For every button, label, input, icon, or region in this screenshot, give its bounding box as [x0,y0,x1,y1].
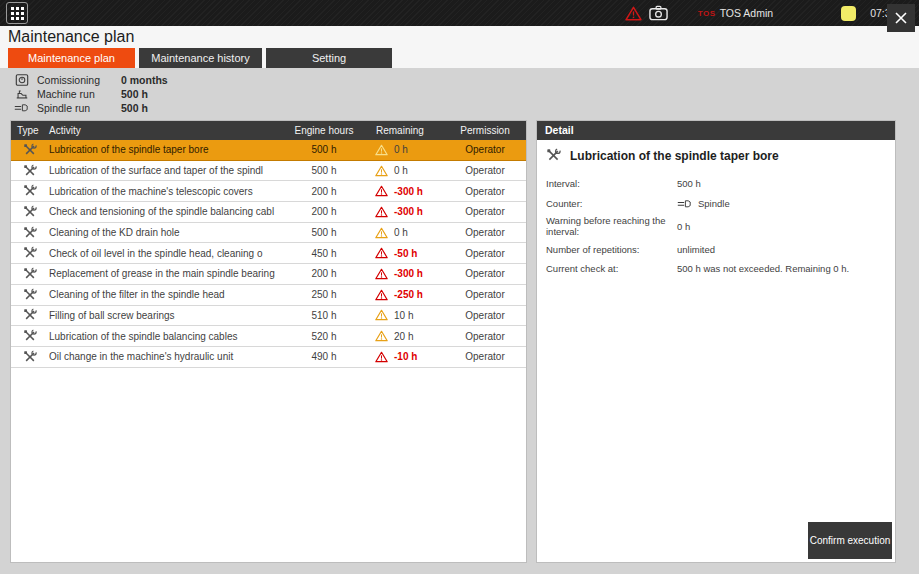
detail-fields: Interval: 500 h Counter: Spindle [546,176,886,275]
engine-hours-cell: 250 h [289,289,359,300]
detail-title: Lubrication of the spindle taper bore [570,149,779,163]
activity-cell: Lubrication of the spindle balancing cab… [49,331,289,342]
counter-value: 500 h [121,88,148,100]
table-row[interactable]: Check and tensioning of the spindle bala… [11,202,526,223]
table-row[interactable]: Replacement of grease in the main spindl… [11,264,526,285]
machine-run-icon [12,87,32,101]
tools-icon [23,184,37,198]
activity-cell: Cleaning of the filter in the spindle he… [49,289,289,300]
remaining-cell: -10 h [359,351,444,363]
field-value: 0 h [677,221,886,232]
tools-icon [23,205,37,219]
permission-cell: Operator [444,248,526,259]
type-cell [11,288,49,302]
page-title: Maintenance plan [8,28,134,46]
field-label: Interval: [546,178,677,189]
field-value: 500 h [677,178,886,189]
remaining-value: 10 h [394,310,413,321]
close-icon [894,11,908,25]
permission-cell: Operator [444,351,526,362]
alarm-warning-icon[interactable] [625,6,642,21]
confirm-execution-button[interactable]: Confirm execution [808,522,892,559]
table-row[interactable]: Lubrication of the spindle taper bore 50… [11,140,526,161]
engine-hours-cell: 510 h [289,310,359,321]
table-row[interactable]: Filling of ball screw bearings 510 h 10 … [11,306,526,327]
engine-hours-cell: 200 h [289,206,359,217]
counter-type-text: Spindle [698,198,730,209]
table-header: Type Activity Engine hours Remaining Per… [11,121,526,140]
tab-maintenance-history[interactable]: Maintenance history [139,48,262,68]
commissioning-icon [12,73,32,87]
engine-hours-cell: 500 h [289,165,359,176]
field-value: 500 h was not exceeded. Remaining 0 h. [677,263,886,274]
maintenance-table-panel: Type Activity Engine hours Remaining Per… [10,120,527,563]
remaining-value: -300 h [394,268,423,279]
tools-icon [546,148,561,163]
spindle-run-icon [12,102,32,114]
content-area: Comissioning 0 months Machine run 500 h [0,68,919,574]
counter-commissioning: Comissioning 0 months [12,73,168,87]
remaining-cell: 0 h [359,227,444,239]
field-repetitions: Number of repetitions: unlimited [546,242,886,256]
permission-cell: Operator [444,227,526,238]
warning-icon [375,144,388,156]
column-activity: Activity [49,125,289,136]
table-row[interactable]: Lubrication of the surface and taper of … [11,161,526,182]
warning-icon [375,185,388,197]
warning-icon [375,206,388,218]
remaining-value: -250 h [394,289,423,300]
engine-hours-cell: 490 h [289,351,359,362]
column-permission: Permission [444,125,526,136]
warning-icon [375,330,388,342]
table-row[interactable]: Cleaning of the KD drain hole 500 h 0 h … [11,223,526,244]
close-button[interactable] [887,4,915,32]
type-cell [11,246,49,260]
engine-hours-cell: 500 h [289,227,359,238]
screenshot-camera-icon[interactable] [649,5,668,21]
remaining-cell: -250 h [359,289,444,301]
counter-value: 0 months [121,74,168,86]
tools-icon [23,308,37,322]
permission-cell: Operator [444,165,526,176]
permission-cell: Operator [444,186,526,197]
remaining-cell: -300 h [359,206,444,218]
apps-menu-button[interactable] [6,2,28,24]
activity-cell: Lubrication of the machine's telescopic … [49,186,289,197]
warning-icon [375,289,388,301]
table-row[interactable]: Lubrication of the machine's telescopic … [11,181,526,202]
tools-icon [23,246,37,260]
table-row[interactable]: Lubrication of the spindle balancing cab… [11,326,526,347]
remaining-value: -300 h [394,186,423,197]
counter-label: Comissioning [37,74,99,86]
counter-label: Machine run [37,88,99,100]
user-name[interactable]: TOS Admin [720,7,774,19]
tab-maintenance-plan[interactable]: Maintenance plan [8,48,135,68]
window-header: Maintenance plan Maintenance plan Mainte… [0,26,919,68]
field-current-check: Current check at: 500 h was not exceeded… [546,261,886,275]
activity-cell: Replacement of grease in the main spindl… [49,268,289,279]
engine-hours-cell: 520 h [289,331,359,342]
table-row[interactable]: Cleaning of the filter in the spindle he… [11,285,526,306]
field-label: Current check at: [546,263,677,274]
detail-title-row: Lubrication of the spindle taper bore [546,148,895,163]
remaining-cell: -300 h [359,185,444,197]
table-row[interactable]: Check of oil level in the spindle head, … [11,243,526,264]
field-warning-threshold: Warning before reaching the interval: 0 … [546,215,886,237]
table-row[interactable]: Oil change in the machine's hydraulic un… [11,347,526,368]
activity-cell: Cleaning of the KD drain hole [49,227,289,238]
field-value: Spindle [677,198,886,210]
tos-logo: TOS [698,9,716,18]
activity-cell: Lubrication of the surface and taper of … [49,165,289,176]
tools-icon [23,143,37,157]
tab-setting[interactable]: Setting [266,48,392,68]
remaining-cell: 20 h [359,330,444,342]
engine-hours-cell: 200 h [289,268,359,279]
engine-hours-cell: 450 h [289,248,359,259]
field-label: Counter: [546,198,677,209]
type-cell [11,184,49,198]
column-remaining: Remaining [359,125,444,136]
tools-icon [23,350,37,364]
type-cell [11,350,49,364]
status-indicator [841,6,856,21]
engine-hours-cell: 200 h [289,186,359,197]
